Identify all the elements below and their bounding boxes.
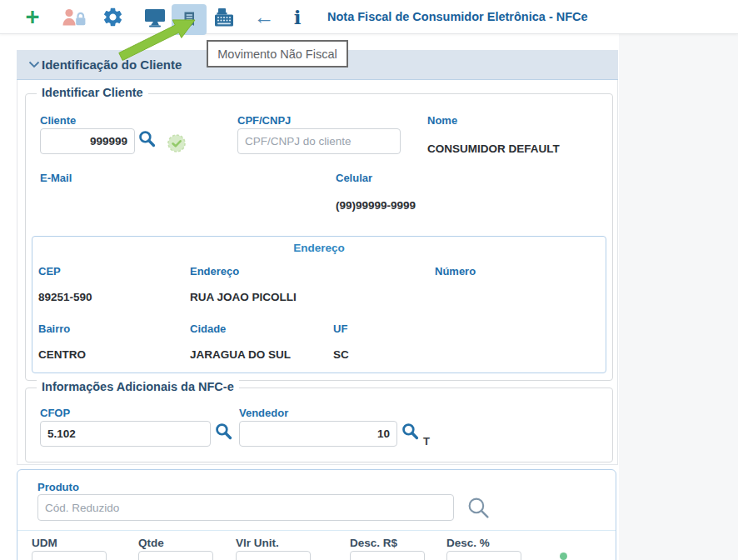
cidade-value: JARAGUA DO SUL	[190, 348, 291, 361]
cash-register-glyph	[212, 7, 237, 28]
endereco-box	[32, 236, 606, 373]
cidade-label: Cidade	[190, 322, 226, 335]
verified-check-icon	[167, 133, 187, 153]
info-icon[interactable]: i	[287, 0, 308, 33]
identificar-cliente-legend: Identificar Cliente	[37, 86, 148, 99]
desc-rs-input[interactable]	[350, 551, 425, 560]
tooltip-movimento-nao-fiscal: Movimento Não Fiscal	[207, 40, 348, 68]
udm-input[interactable]	[32, 551, 107, 560]
vendedor-input[interactable]	[239, 421, 397, 447]
cep-value: 89251-590	[38, 291, 92, 303]
col-udm-label: UDM	[32, 537, 57, 549]
right-background	[619, 33, 738, 560]
cep-label: CEP	[38, 265, 61, 278]
endereco-value: RUA JOAO PICOLLI	[190, 291, 297, 303]
vendedor-name-value: T	[423, 435, 430, 448]
produto-search-icon[interactable]	[466, 496, 491, 520]
vendedor-label: Vendedor	[239, 407, 288, 419]
nfce-window: +	[0, 0, 738, 560]
desc-pct-input[interactable]	[446, 551, 521, 560]
celular-value: (99)99999-9999	[336, 199, 416, 212]
cpf-cnpj-input[interactable]	[237, 128, 401, 154]
annotation-arrow-icon	[98, 8, 215, 75]
vendedor-search-icon[interactable]	[401, 422, 420, 441]
cliente-search-icon[interactable]	[137, 129, 157, 148]
col-desc-rs-label: Desc. R$	[350, 537, 397, 549]
informacoes-adicionais-legend: Informações Adicionais da NFC-e	[37, 380, 239, 393]
user-lock-icon[interactable]	[60, 6, 87, 28]
produto-divider	[17, 530, 616, 531]
page-title: Nota Fiscal de Consumidor Eletrônica - N…	[327, 0, 588, 33]
col-vlr-unit-label: Vlr Unit.	[236, 537, 279, 549]
nome-value: CONSUMIDOR DEFAULT	[427, 142, 560, 155]
cfop-search-icon[interactable]	[214, 422, 233, 441]
celular-label: Celular	[336, 172, 372, 184]
cpf-cnpj-label: CPF/CNPJ	[237, 114, 291, 127]
email-label: E-Mail	[40, 172, 72, 184]
user-lock-glyph	[61, 7, 86, 28]
bairro-label: Bairro	[38, 322, 70, 335]
cfop-input[interactable]	[40, 421, 211, 447]
endereco-label: Endereço	[190, 265, 239, 278]
endereco-box-title: Endereço	[32, 242, 606, 254]
back-arrow-icon[interactable]: ←	[250, 0, 278, 33]
vlr-unit-input[interactable]	[236, 551, 311, 560]
numero-label: Número	[435, 265, 476, 278]
produto-search-input[interactable]	[37, 494, 454, 521]
cliente-input[interactable]	[40, 128, 135, 154]
qtde-input[interactable]	[138, 551, 213, 560]
col-qtde-label: Qtde	[138, 537, 164, 549]
cliente-label: Cliente	[40, 114, 76, 127]
tooltip-text: Movimento Não Fiscal	[217, 48, 337, 61]
add-item-icon[interactable]	[560, 552, 567, 560]
chevron-down-icon[interactable]	[28, 61, 40, 68]
add-icon[interactable]: +	[20, 0, 45, 33]
uf-value: SC	[333, 348, 349, 361]
uf-label: UF	[333, 322, 347, 335]
col-desc-pct-label: Desc. %	[446, 537, 490, 549]
nome-label: Nome	[427, 114, 457, 127]
bairro-value: CENTRO	[38, 348, 86, 361]
produto-label: Produto	[37, 481, 79, 493]
cfop-label: CFOP	[40, 407, 70, 419]
